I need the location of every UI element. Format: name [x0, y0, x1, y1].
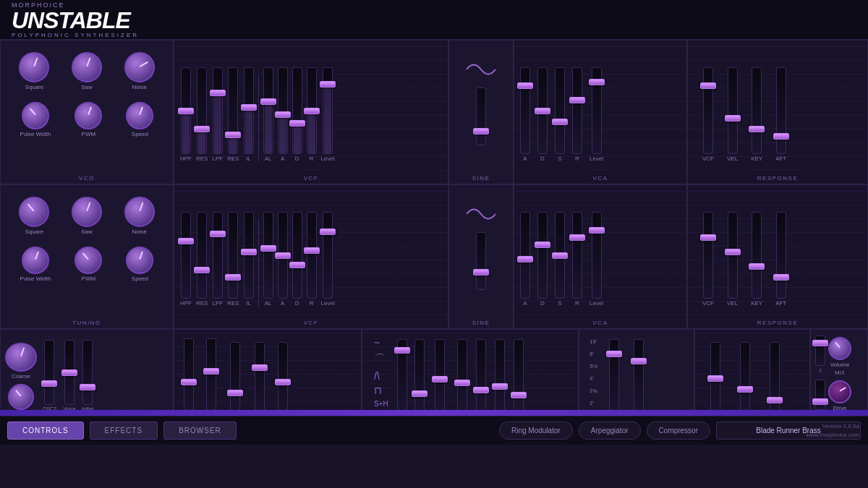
vcf-al-slider: AL	[263, 67, 273, 162]
pulsewidth-knob[interactable]	[22, 102, 49, 129]
version-info: Version 1.0.9a www.morphoice.com	[806, 422, 859, 438]
noise2-knob[interactable]	[124, 197, 155, 227]
vcf2-al: AL	[263, 212, 273, 307]
feet-I-slider: I	[609, 339, 619, 419]
app-title: UNSTABLE	[12, 9, 139, 32]
pwm-knob[interactable]	[75, 102, 102, 129]
pulsewidth-label: Pulse Width	[20, 131, 51, 137]
version-number: Version 1.0.9a	[806, 422, 859, 430]
vco2-row1-knobs: Square Saw Noise	[1, 185, 173, 241]
sine-wave-icon	[463, 59, 499, 80]
res2-track[interactable]	[228, 67, 238, 154]
shape-sine: ~	[374, 337, 388, 348]
vco-panel-row2: Square Saw Noise Pulse Width P	[0, 184, 174, 329]
resp-vel-slider: VEL	[727, 67, 738, 162]
vca-sliders-row1: A D S R	[514, 40, 686, 163]
preset-compressor[interactable]: Compressor	[647, 421, 710, 440]
mix-label: MIX	[835, 369, 845, 376]
feet-sliders: I II	[602, 333, 651, 421]
lfo-shapes: ~ ⌒ /\ ⊓ S+H	[368, 333, 394, 421]
coarse-knob[interactable]	[5, 343, 37, 372]
saw2-knob[interactable]	[72, 197, 102, 227]
accent-bar	[0, 410, 868, 416]
level-track[interactable]	[323, 67, 333, 154]
vca2-a: A	[520, 212, 530, 307]
knob-group-pulsewidth2: Pulse Width	[20, 247, 51, 282]
vcf2-level: Level	[321, 212, 335, 307]
resp2-vcf: VCF	[702, 212, 714, 307]
speed-knob[interactable]	[126, 102, 153, 129]
al-track[interactable]	[263, 67, 273, 154]
vca2-r: R	[572, 212, 582, 307]
noise-label: Noise	[132, 84, 146, 90]
square2-knob[interactable]	[19, 197, 49, 227]
tab-browser[interactable]: BROWSER	[163, 421, 237, 440]
vcf-res2-slider: RES	[227, 67, 239, 162]
d-track[interactable]	[292, 67, 302, 154]
knob-group-square: Square	[19, 52, 49, 90]
lfo-sliders: I II Speed	[394, 333, 527, 421]
noise-knob[interactable]	[124, 52, 155, 82]
shape-saw: ⌒	[374, 352, 388, 367]
resp-aft-slider: AFT	[775, 67, 786, 162]
feet-II-slider: II	[634, 339, 644, 419]
vca-d-slider: D	[537, 67, 548, 162]
vca-panel-row2: A D S R	[514, 184, 687, 329]
knob-group-square2: Square	[19, 197, 49, 235]
vco2-row2-knobs: Pulse Width PWM Speed	[1, 241, 173, 288]
pwm-label: PWM	[82, 131, 96, 137]
hpf-track[interactable]	[181, 67, 191, 154]
square-knob[interactable]	[19, 52, 49, 82]
drive-knob[interactable]	[828, 380, 851, 403]
vca-s-slider: S	[555, 67, 565, 162]
res1-track[interactable]	[197, 67, 207, 154]
vcf-lpf-slider: LPF	[212, 67, 223, 162]
tab-controls[interactable]: CONTROLS	[7, 421, 84, 440]
vca-level-slider: Level	[590, 67, 603, 162]
volume-knob[interactable]	[828, 337, 851, 360]
resp2-vel: VEL	[727, 212, 738, 307]
knob-group-speed: Speed	[126, 102, 153, 137]
lfo-vco-slider: VCO	[456, 339, 468, 419]
feet-16: 16'	[590, 338, 597, 345]
resp-key-slider: KEY	[751, 67, 762, 162]
response-title: RESPONSE	[688, 175, 867, 181]
knob-group-pulsewidth: Pulse Width	[20, 102, 51, 137]
preset-arpeggiator[interactable]: Arpeggiator	[579, 421, 641, 440]
il-track[interactable]	[244, 67, 254, 154]
vcf2-d: D	[292, 212, 302, 307]
sine2-content	[449, 185, 513, 308]
logo-area: MORPHOICE UNSTABLE POLYPHONIC SYNTHESIZE…	[12, 1, 139, 38]
a-track[interactable]	[278, 67, 288, 154]
response-panel-row1: VCF VEL KEY	[687, 40, 868, 184]
lfo-speed-slider: Speed	[432, 339, 448, 419]
resp2-key: KEY	[751, 212, 762, 307]
vca-panel-row1: A D S R	[514, 40, 687, 184]
pulsewidth2-knob[interactable]	[22, 247, 49, 274]
feet-4: 4'	[590, 375, 597, 382]
vca2-title: VCA	[514, 320, 686, 326]
speed2-knob[interactable]	[126, 247, 153, 274]
initial-bend-slider: InitialBend	[82, 340, 93, 416]
vcf2-r: R	[307, 212, 317, 307]
main-knobs: Volume MIX Drive	[828, 333, 851, 421]
main-I-slider: I	[815, 335, 825, 374]
lpf-track[interactable]	[213, 67, 223, 154]
tab-effects[interactable]: EFFECTS	[90, 421, 158, 440]
vco-row2-knobs: Pulse Width PWM Speed	[1, 96, 173, 143]
fine-knob[interactable]	[8, 384, 34, 410]
hpf-label: HPF	[180, 155, 192, 162]
preset-ring-modulator[interactable]: Ring Modulator	[499, 421, 573, 440]
vcf-panel-row2: HPF RES LPF	[174, 184, 448, 329]
feet-scale: 16' 8' 5½ 4' 2¾ 2'	[585, 333, 602, 421]
r-track[interactable]	[307, 67, 317, 154]
voice-drift-slider: VoiceDrift	[64, 340, 76, 416]
response2-title: RESPONSE	[688, 320, 867, 326]
vca2-level: Level	[590, 212, 603, 307]
knob-group-speed2: Speed	[126, 247, 153, 282]
sine-track[interactable]	[476, 87, 486, 145]
saw-knob[interactable]	[72, 52, 102, 82]
pwm2-knob[interactable]	[75, 247, 102, 274]
vcf-sliders-row1: HPF RES LPF	[174, 40, 448, 163]
feet-2: 2'	[590, 400, 597, 406]
